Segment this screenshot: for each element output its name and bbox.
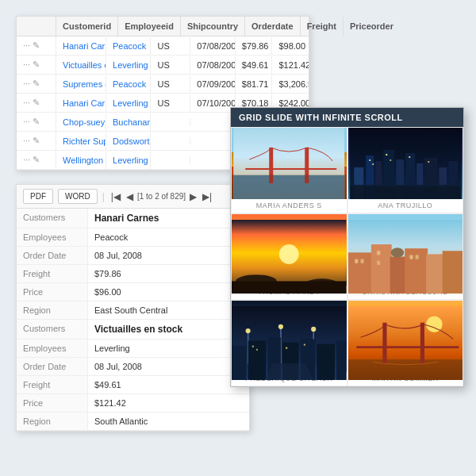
detail-row-price-1: Price $96.00 <box>17 283 249 301</box>
slide-panel: GRID SLIDE WITH INFINITE SCROLL <box>230 107 464 387</box>
col-customerid: Customerid <box>56 17 118 36</box>
prev-page-button[interactable]: ◀ <box>125 191 135 202</box>
svg-rect-52 <box>248 340 267 380</box>
cell-employee[interactable]: Leverling <box>106 94 151 112</box>
svg-rect-60 <box>256 349 258 351</box>
first-page-button[interactable]: |◀ <box>109 191 122 202</box>
row-actions[interactable]: ··· ✎ <box>17 56 56 74</box>
svg-marker-58 <box>264 363 313 380</box>
svg-rect-39 <box>377 261 380 265</box>
row-actions[interactable]: ··· ✎ <box>17 75 56 93</box>
slide-caption-1: MARIA ANDERS S <box>232 199 347 213</box>
label-price-1: Price <box>17 283 88 301</box>
cell-employee[interactable]: Leverling <box>106 56 151 74</box>
detail-row-orderdate-2: Order Date 08 Jul, 2008 <box>17 358 249 376</box>
detail-row-freight-1: Freight $79.86 <box>17 265 249 283</box>
col-orderdate: Orderdate <box>245 17 301 36</box>
slide-image-5 <box>232 301 347 372</box>
last-page-button[interactable]: ▶| <box>201 191 213 202</box>
label-orderdate-2: Order Date <box>17 358 88 375</box>
slide-image-6 <box>348 301 463 372</box>
row-actions[interactable]: ··· ✎ <box>17 132 56 150</box>
word-button[interactable]: WORD <box>58 189 98 204</box>
svg-point-46 <box>246 328 251 333</box>
next-page-button[interactable]: ▶ <box>188 191 198 202</box>
svg-rect-20 <box>409 156 410 158</box>
cell-customer[interactable]: Supremes délices <box>56 75 106 93</box>
cell-customer[interactable]: Richter Supermarkt <box>56 132 106 150</box>
cell-employee[interactable]: Dodsworth <box>106 132 151 150</box>
svg-rect-37 <box>360 259 363 263</box>
value-freight-2: $49.61 <box>88 376 249 393</box>
col-freight: Freight <box>301 17 344 36</box>
row-actions[interactable]: ··· ✎ <box>17 94 56 112</box>
svg-rect-56 <box>317 344 335 380</box>
slide-item-5[interactable]: FREDERIQUE CITEAUX <box>231 300 347 386</box>
detail-toolbar: PDF WORD | |◀ ◀ [1 to 2 of 829] ▶ ▶| <box>17 185 249 209</box>
value-price-1: $96.00 <box>88 283 249 301</box>
cell-date: 07/08/2008 <box>190 37 235 55</box>
slide-item-3[interactable]: THOMAS HARDY <box>231 213 347 300</box>
label-freight-1: Freight <box>17 265 88 282</box>
table-row: ··· ✎ Victuailles en stock Leverling US … <box>17 56 309 75</box>
value-price-2: $121.42 <box>88 394 249 412</box>
value-orderdate-1: 08 Jul, 2008 <box>88 247 249 264</box>
cell-freight: $79.86 <box>236 37 273 55</box>
svg-rect-21 <box>428 161 429 163</box>
label-region-2: Region <box>17 413 88 430</box>
cell-country <box>151 118 190 126</box>
row-actions[interactable]: ··· ✎ <box>17 36 56 55</box>
detail-row-customers-1: Customers Hanari Carnes <box>17 209 249 228</box>
cell-customer[interactable]: Hanari Carnes <box>56 94 106 112</box>
table-row: ··· ✎ Supremes délices Peacock US 07/09/… <box>17 75 309 94</box>
cell-freight: $81.71 <box>236 75 273 93</box>
slide-image-4 <box>348 214 463 286</box>
cell-country <box>151 137 190 145</box>
detail-row-employees-2: Employees Leverling <box>17 340 249 358</box>
svg-rect-32 <box>390 257 406 294</box>
label-price-2: Price <box>17 394 88 412</box>
slide-item-6[interactable]: MARTIN SOMMER <box>347 300 464 386</box>
value-employees-1: Peacock <box>88 228 249 246</box>
svg-rect-1 <box>233 175 344 199</box>
svg-rect-28 <box>232 281 347 293</box>
svg-rect-38 <box>377 251 380 255</box>
cell-employee[interactable]: Peacock <box>106 37 151 55</box>
cell-customer[interactable]: Victuailles en stock <box>56 56 106 74</box>
label-orderdate-1: Order Date <box>17 247 88 264</box>
svg-rect-16 <box>369 159 370 161</box>
svg-rect-62 <box>304 344 305 346</box>
cell-employee[interactable]: Leverling <box>106 152 151 169</box>
value-freight-1: $79.86 <box>88 265 249 282</box>
cell-employee[interactable]: Peacock <box>106 75 151 93</box>
cell-customer[interactable]: Hanari Carnes <box>56 37 106 55</box>
svg-rect-17 <box>372 163 374 165</box>
col-priceorder: Priceorder <box>344 17 400 36</box>
toolbar-separator: | <box>102 191 105 202</box>
svg-rect-66 <box>382 323 386 364</box>
cell-date: 07/09/2008 <box>190 75 235 93</box>
label-region-1: Region <box>17 301 88 319</box>
svg-point-50 <box>311 327 316 332</box>
pdf-button[interactable]: PDF <box>23 189 53 204</box>
row-actions[interactable]: ··· ✎ <box>17 151 56 169</box>
label-freight-2: Freight <box>17 376 88 393</box>
svg-rect-65 <box>348 359 463 380</box>
cell-date <box>190 156 235 164</box>
slide-item-2[interactable]: ANA TRUJILLO <box>347 127 464 213</box>
detail-row-region-1: Region East South Central <box>17 301 249 320</box>
label-customers-1: Customers <box>17 209 88 228</box>
cell-price: $3,206.50 <box>272 75 309 93</box>
slide-image-grid: MARIA ANDERS S <box>231 127 463 386</box>
svg-rect-61 <box>286 347 287 349</box>
slide-item-1[interactable]: MARIA ANDERS S <box>231 127 347 213</box>
detail-row-customers-2: Customers Victuailles en stock <box>17 320 249 340</box>
cell-date <box>190 137 235 145</box>
slide-item-4[interactable]: CHRISTINA BERGLUND <box>347 213 464 300</box>
cell-customer[interactable]: Wellington Importadora <box>56 152 106 169</box>
row-actions[interactable]: ··· ✎ <box>17 113 56 131</box>
cell-customer[interactable]: Chop-suey Chinese <box>56 113 106 131</box>
detail-row-price-2: Price $121.42 <box>17 394 249 413</box>
cell-employee[interactable]: Buchanan <box>106 113 151 131</box>
svg-rect-40 <box>409 255 413 259</box>
